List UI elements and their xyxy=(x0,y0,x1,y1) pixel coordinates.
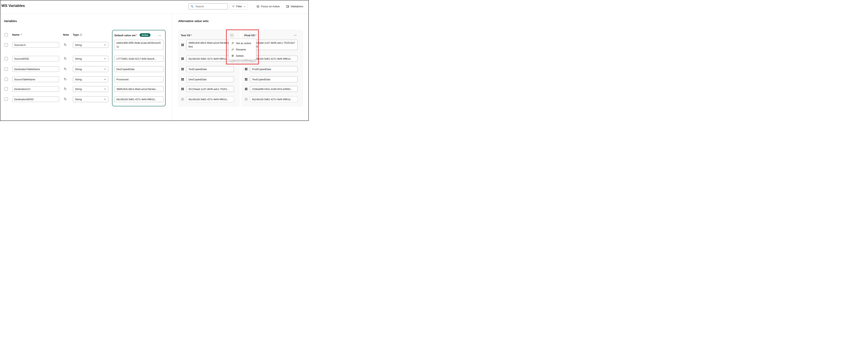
menu-item-rename[interactable]: Rename xyxy=(229,46,255,53)
section-divider xyxy=(172,14,172,121)
variable-name-input[interactable] xyxy=(12,56,59,61)
alt-value-field-inherited[interactable]: 9a14b2d3-5d61-427c-9ef4-9961d... xyxy=(250,96,298,102)
search-box xyxy=(188,3,228,9)
column-header-type: Type xyxy=(73,33,82,36)
chevron-down-icon xyxy=(104,44,106,46)
validations-button[interactable]: Validations xyxy=(285,3,304,9)
filter-button-label: Filter xyxy=(236,5,242,8)
type-select[interactable]: String xyxy=(73,86,108,92)
row-checkbox[interactable] xyxy=(4,67,8,71)
trash-icon xyxy=(231,54,234,57)
chevron-down-icon xyxy=(104,58,106,60)
info-icon[interactable] xyxy=(80,33,82,36)
alt-value-field[interactable]: DevCopiedData xyxy=(186,76,234,82)
alt-value-field[interactable]: TestCopiedData xyxy=(186,66,234,72)
validations-label: Validations xyxy=(290,5,303,8)
chevron-down-icon xyxy=(104,98,106,100)
alt-value-field[interactable]: TestCopiedData xyxy=(250,76,298,82)
alt-value-field-inherited[interactable]: 9a14b2d3-5d61-427c-9ef4-9961d... xyxy=(186,96,234,102)
variable-value-icon xyxy=(245,87,248,91)
note-icon[interactable] xyxy=(64,43,67,46)
filter-button[interactable]: Filter xyxy=(229,3,248,9)
default-value-field[interactable]: 3685c9c6-d9c3-49a4-a2cd-f3e3ee... xyxy=(114,86,163,92)
more-icon xyxy=(230,34,234,37)
variable-name-input[interactable] xyxy=(12,96,59,102)
filter-icon xyxy=(232,5,235,8)
menu-item-label: Delete xyxy=(236,54,244,57)
validations-icon xyxy=(286,5,289,8)
inherited-value-icon xyxy=(181,98,184,101)
more-icon xyxy=(293,34,297,37)
required-marker: * xyxy=(191,34,192,37)
variable-value-icon xyxy=(245,78,248,81)
default-value-field[interactable]: Processed xyxy=(114,76,163,82)
note-icon[interactable] xyxy=(64,98,67,101)
focus-on-active-button[interactable]: Focus on Active xyxy=(255,3,281,9)
row-checkbox[interactable] xyxy=(4,57,8,60)
variables-heading: Variables xyxy=(4,19,17,23)
row-checkbox[interactable] xyxy=(4,97,8,101)
page-title: WS Variables xyxy=(1,4,25,8)
required-marker: * xyxy=(255,34,256,37)
alt-value-field[interactable]: 92219aad-1cd7-4b06-adc1-752513e7e423 xyxy=(250,40,298,50)
default-value-field[interactable]: DevCopiedData xyxy=(114,66,163,72)
alt-value-field[interactable]: ProdCopiedData xyxy=(250,66,298,72)
default-value-field[interactable]: 9a14b2d3-5d61-427c-9ef4-9961d... xyxy=(114,96,163,102)
alt-value-field[interactable]: 9a14b2d3-5d61-427c-9ef4-9961d... xyxy=(186,56,234,62)
alt-value-field[interactable]: 92219aad-1cd7-4b06-adc1-75251... xyxy=(186,86,234,92)
alt-value-field[interactable]: 315ba069-0431-4180-bf7a-84563... xyxy=(250,86,298,92)
alt-value-field[interactable]: 3685c9c6-d9c3-49a4-a2cd-f3e3ee15f6ea xyxy=(186,40,234,50)
value-set-title-prod: Prod VS* xyxy=(244,34,256,37)
select-all-checkbox[interactable] xyxy=(4,33,8,36)
menu-item-label: Rename xyxy=(236,48,246,51)
variable-value-icon xyxy=(181,87,184,91)
variable-value-icon xyxy=(181,67,184,71)
inherited-value-icon xyxy=(245,98,248,101)
type-select[interactable]: String xyxy=(73,96,108,102)
app-window: WS Variables Filter Focus on Active Vali… xyxy=(0,0,309,121)
type-select[interactable]: String xyxy=(73,76,108,82)
row-checkbox[interactable] xyxy=(4,78,8,81)
variable-name-input[interactable] xyxy=(12,42,59,48)
test-vs-more-button[interactable] xyxy=(229,33,234,37)
variable-name-input[interactable] xyxy=(12,76,59,82)
type-select[interactable]: String xyxy=(73,66,108,72)
variable-name-input[interactable] xyxy=(12,66,59,72)
required-marker: * xyxy=(136,34,137,37)
value-set-title-test: Test VS* xyxy=(181,34,192,37)
chevron-down-icon xyxy=(104,78,106,81)
type-select[interactable]: String xyxy=(73,56,108,62)
default-set-more-button[interactable] xyxy=(158,33,162,38)
required-marker: * xyxy=(21,33,22,36)
note-icon[interactable] xyxy=(64,67,67,70)
variable-name-input[interactable] xyxy=(12,86,59,92)
search-input[interactable] xyxy=(195,5,225,8)
row-checkbox[interactable] xyxy=(4,43,8,47)
default-value-field[interactable]: eddce388-45f5-4edb-a1ad-a533e1ecf21c xyxy=(114,40,163,50)
chevron-down-icon xyxy=(104,88,106,90)
menu-item-set-as-active[interactable]: Set as active xyxy=(229,40,255,46)
menu-item-delete[interactable]: Delete xyxy=(229,53,255,59)
variable-value-icon xyxy=(181,78,184,81)
alt-value-field[interactable]: 9a14b2d3-5d61-427c-9ef4-9961d... xyxy=(250,56,298,62)
prod-vs-more-button[interactable] xyxy=(293,33,297,37)
more-icon xyxy=(158,34,161,37)
alt-sets-heading: Alternative value sets xyxy=(178,19,209,23)
note-icon[interactable] xyxy=(64,87,67,90)
variable-value-icon xyxy=(245,67,248,71)
column-header-name: Name* xyxy=(12,33,22,36)
search-icon xyxy=(191,5,193,8)
context-menu: Set as active Rename Delete xyxy=(229,39,256,60)
column-header-note: Note xyxy=(63,33,69,36)
note-icon[interactable] xyxy=(64,78,67,81)
note-icon[interactable] xyxy=(64,57,67,60)
pin-icon xyxy=(231,42,234,45)
variable-value-icon xyxy=(181,43,184,47)
type-select[interactable]: String xyxy=(73,42,108,48)
default-value-field[interactable]: c7772b91-32a5-4217-9cfe-5eec6... xyxy=(114,56,163,62)
chevron-down-icon xyxy=(243,5,246,7)
row-checkbox[interactable] xyxy=(4,87,8,91)
header-divider xyxy=(0,13,308,14)
pencil-icon xyxy=(231,48,234,51)
menu-item-label: Set as active xyxy=(236,42,251,45)
